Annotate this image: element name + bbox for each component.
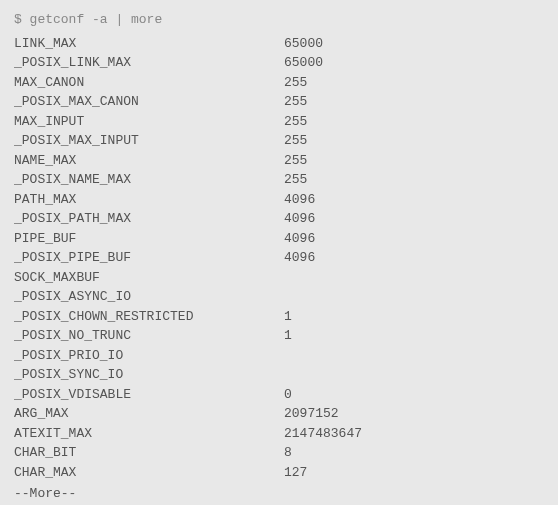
config-value: 255: [284, 73, 544, 93]
config-value: [284, 287, 544, 307]
config-value: 0: [284, 385, 544, 405]
config-name: PIPE_BUF: [14, 229, 284, 249]
output-row: _POSIX_PIPE_BUF4096: [14, 248, 544, 268]
config-value: 127: [284, 463, 544, 483]
output-row: MAX_INPUT255: [14, 112, 544, 132]
output-row: ATEXIT_MAX2147483647: [14, 424, 544, 444]
config-name: NAME_MAX: [14, 151, 284, 171]
config-name: _POSIX_LINK_MAX: [14, 53, 284, 73]
config-name: MAX_CANON: [14, 73, 284, 93]
more-prompt[interactable]: --More--: [14, 484, 544, 504]
output-row: CHAR_BIT8: [14, 443, 544, 463]
output-row: PIPE_BUF4096: [14, 229, 544, 249]
terminal-output: LINK_MAX65000_POSIX_LINK_MAX65000MAX_CAN…: [14, 34, 544, 483]
output-row: _POSIX_LINK_MAX65000: [14, 53, 544, 73]
config-value: 255: [284, 112, 544, 132]
config-value: [284, 268, 544, 288]
config-name: SOCK_MAXBUF: [14, 268, 284, 288]
config-value: 1: [284, 326, 544, 346]
config-value: 2147483647: [284, 424, 544, 444]
config-value: 4096: [284, 248, 544, 268]
config-name: ARG_MAX: [14, 404, 284, 424]
output-row: MAX_CANON255: [14, 73, 544, 93]
config-name: MAX_INPUT: [14, 112, 284, 132]
output-row: ARG_MAX2097152: [14, 404, 544, 424]
output-row: _POSIX_MAX_INPUT255: [14, 131, 544, 151]
config-value: 65000: [284, 53, 544, 73]
config-value: 65000: [284, 34, 544, 54]
config-name: _POSIX_NO_TRUNC: [14, 326, 284, 346]
output-row: LINK_MAX65000: [14, 34, 544, 54]
config-name: _POSIX_PIPE_BUF: [14, 248, 284, 268]
config-value: 4096: [284, 229, 544, 249]
output-row: _POSIX_PATH_MAX4096: [14, 209, 544, 229]
config-name: _POSIX_CHOWN_RESTRICTED: [14, 307, 284, 327]
output-row: _POSIX_NAME_MAX255: [14, 170, 544, 190]
output-row: PATH_MAX4096: [14, 190, 544, 210]
config-name: CHAR_MAX: [14, 463, 284, 483]
config-value: 255: [284, 151, 544, 171]
config-name: PATH_MAX: [14, 190, 284, 210]
output-row: _POSIX_PRIO_IO: [14, 346, 544, 366]
output-row: _POSIX_MAX_CANON255: [14, 92, 544, 112]
output-row: CHAR_MAX127: [14, 463, 544, 483]
output-row: _POSIX_SYNC_IO: [14, 365, 544, 385]
config-name: _POSIX_MAX_INPUT: [14, 131, 284, 151]
config-value: 4096: [284, 190, 544, 210]
command-line: $ getconf -a | more: [14, 10, 544, 30]
config-name: _POSIX_PATH_MAX: [14, 209, 284, 229]
config-value: 255: [284, 131, 544, 151]
config-name: ATEXIT_MAX: [14, 424, 284, 444]
config-name: _POSIX_SYNC_IO: [14, 365, 284, 385]
config-value: [284, 365, 544, 385]
output-row: SOCK_MAXBUF: [14, 268, 544, 288]
config-value: 1: [284, 307, 544, 327]
config-value: 8: [284, 443, 544, 463]
config-name: _POSIX_PRIO_IO: [14, 346, 284, 366]
config-value: 4096: [284, 209, 544, 229]
output-row: _POSIX_VDISABLE0: [14, 385, 544, 405]
config-name: _POSIX_MAX_CANON: [14, 92, 284, 112]
config-name: CHAR_BIT: [14, 443, 284, 463]
config-value: 255: [284, 170, 544, 190]
config-name: LINK_MAX: [14, 34, 284, 54]
output-row: _POSIX_NO_TRUNC1: [14, 326, 544, 346]
config-value: 255: [284, 92, 544, 112]
config-value: [284, 346, 544, 366]
config-value: 2097152: [284, 404, 544, 424]
config-name: _POSIX_ASYNC_IO: [14, 287, 284, 307]
config-name: _POSIX_NAME_MAX: [14, 170, 284, 190]
output-row: _POSIX_ASYNC_IO: [14, 287, 544, 307]
output-row: NAME_MAX255: [14, 151, 544, 171]
config-name: _POSIX_VDISABLE: [14, 385, 284, 405]
output-row: _POSIX_CHOWN_RESTRICTED1: [14, 307, 544, 327]
